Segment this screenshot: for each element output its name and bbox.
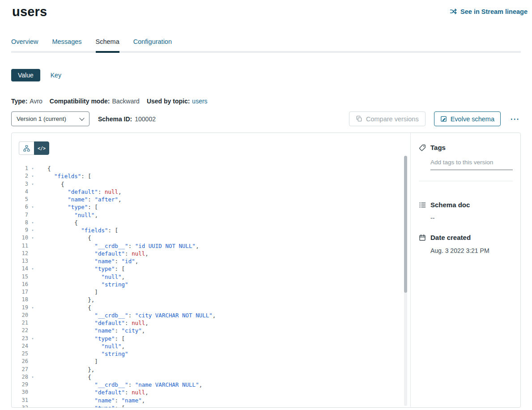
code-line: 30 "default": null, [12,389,410,396]
stream-lineage-icon [450,8,457,15]
fold-arrow-icon[interactable]: ▾ [28,234,37,242]
code-lines: 1▾{2▾ "fields": [3▾ {4 "default": null,5… [12,165,410,408]
code-line: 29 "__crdb__": "name VARCHAR NULL", [12,381,410,389]
code-line: 25 "string" [12,350,410,358]
code-text: "string" [47,350,128,358]
line-number: 7 [12,211,28,219]
value-toggle-button[interactable]: Value [11,69,40,81]
editor-scrollbar-track[interactable] [404,156,407,406]
schema-panel: </> 1▾{2▾ "fields": [3▾ {4 "default": nu… [11,132,521,408]
date-created-title: Date created [430,234,471,241]
code-text: "__crdb__": "city VARCHAR NOT NULL", [47,312,216,319]
code-text: "__crdb__": "name VARCHAR NULL", [47,381,202,389]
evolve-schema-button[interactable]: Evolve schema [434,111,501,126]
compare-versions-button[interactable]: Compare versions [349,111,426,126]
line-number: 21 [12,319,28,327]
tab-schema[interactable]: Schema [96,38,119,51]
schema-side-panel: Tags Schema doc -- [410,133,520,407]
version-actions: Compare versions Evolve schema ⋯ [349,111,521,126]
code-text: ] [47,358,98,365]
schema-doc-section: Schema doc -- [419,201,513,222]
code-text: "null", [47,273,125,281]
tree-view-button[interactable] [19,141,34,155]
code-line: 6▾ "type": [ [12,203,410,211]
calendar-icon [419,234,426,241]
fold-arrow-icon[interactable]: ▾ [28,304,37,312]
editor-scrollbar-thumb[interactable] [404,156,407,293]
see-in-stream-lineage-link[interactable]: See in Stream lineage [450,8,528,15]
code-text: "name": "name", [47,397,145,404]
code-text: { [47,234,91,242]
code-line: 2▾ "fields": [ [12,172,410,180]
compatibility-value: Backward [112,98,139,105]
line-number: 16 [12,281,28,288]
tab-overview[interactable]: Overview [11,38,38,51]
version-bar: Version 1 (current) Schema ID: 100002 Co… [11,111,521,126]
schema-doc-header: Schema doc [419,201,513,209]
fold-arrow-icon[interactable]: ▾ [28,265,37,273]
key-toggle-button[interactable]: Key [51,72,61,79]
line-number: 10 [12,234,28,242]
version-select-wrap: Version 1 (current) [11,111,89,126]
code-view-button[interactable]: </> [34,141,49,155]
tabs-divider [11,51,521,53]
fold-arrow-icon[interactable]: ▾ [28,180,37,188]
code-line: 27 }, [12,366,410,373]
line-number: 28 [12,373,28,381]
code-line: 10▾ { [12,234,410,242]
code-line: 13 "name": "id", [12,257,410,265]
schema-doc-title: Schema doc [430,201,470,209]
code-line: 24 "null", [12,342,410,350]
code-line: 32▾ "type": [ [12,404,410,408]
more-options-button[interactable]: ⋯ [509,114,521,124]
editor-view-toggle: </> [19,141,49,155]
code-text: { [47,373,91,381]
code-text: { [47,165,51,172]
line-number: 24 [12,342,28,350]
code-view-icon: </> [38,146,46,151]
lineage-link-label: See in Stream lineage [460,8,528,15]
fold-arrow-icon[interactable]: ▾ [28,165,37,172]
type-label: Type: [11,98,27,105]
tab-bar: Overview Messages Schema Configuration [11,38,521,51]
line-number: 3 [12,180,28,188]
code-line: 21 "default": null, [12,319,410,327]
code-text: "string" [47,281,128,288]
fold-spacer [28,281,37,288]
fold-arrow-icon[interactable]: ▾ [28,335,37,342]
line-number: 15 [12,273,28,281]
compare-versions-label: Compare versions [366,115,419,123]
code-line: 20 "__crdb__": "city VARCHAR NOT NULL", [12,312,410,319]
add-tags-input[interactable] [430,159,513,170]
fold-arrow-icon[interactable]: ▾ [28,226,37,234]
tab-configuration[interactable]: Configuration [133,38,172,51]
evolve-schema-label: Evolve schema [451,115,494,123]
fold-arrow-icon[interactable]: ▾ [28,404,37,408]
fold-arrow-icon[interactable]: ▾ [28,373,37,381]
compatibility-meta: Compatibility mode: Backward [50,98,140,105]
tab-messages[interactable]: Messages [52,38,81,51]
line-number: 1 [12,165,28,172]
tag-icon [419,144,426,151]
code-line: 8▾ { [12,219,410,226]
code-line: 4 "default": null, [12,188,410,196]
fold-arrow-icon[interactable]: ▾ [28,219,37,226]
fold-arrow-icon[interactable]: ▾ [28,203,37,211]
line-number: 17 [12,288,28,296]
schema-editor: </> 1▾{2▾ "fields": [3▾ {4 "default": nu… [12,133,410,407]
used-by-topic-label: Used by topic: [147,98,190,105]
fold-spacer [28,273,37,281]
type-meta: Type: Avro [11,98,43,105]
fold-spacer [28,242,37,250]
code-line: 18 }, [12,296,410,303]
fold-spacer [28,250,37,257]
fold-spacer [28,288,37,296]
version-select[interactable]: Version 1 (current) [11,111,89,126]
fold-arrow-icon[interactable]: ▾ [28,172,37,180]
fold-spacer [28,211,37,219]
topic-link[interactable]: users [192,98,207,105]
code-line: 31 "name": "name", [12,397,410,404]
code-text: { [47,180,64,188]
line-number: 29 [12,381,28,389]
code-text: "null", [47,211,98,219]
